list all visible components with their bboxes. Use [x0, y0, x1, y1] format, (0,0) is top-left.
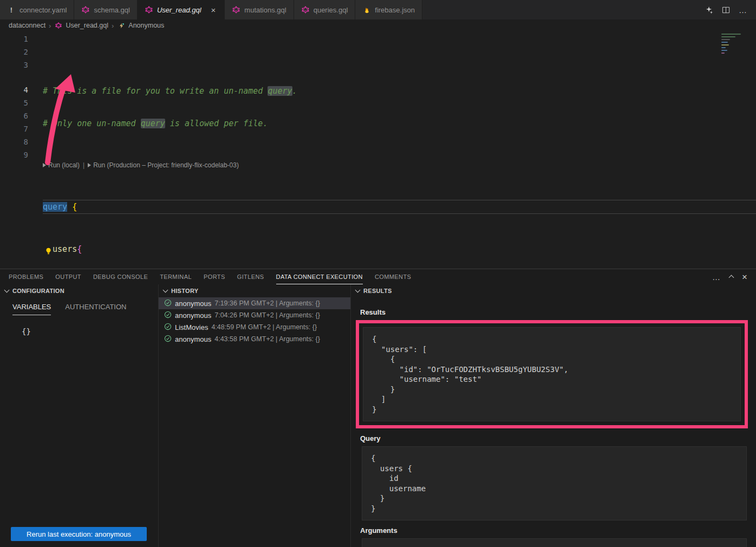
configuration-tabs: VARIABLES AUTHENTICATION: [0, 297, 158, 315]
tab-firebase-json[interactable]: firebase.json: [355, 0, 422, 19]
configuration-section: CONFIGURATION VARIABLES AUTHENTICATION {…: [0, 284, 159, 547]
firebase-flame-icon: [362, 5, 371, 14]
line-number: 4: [0, 83, 36, 96]
keyword-query: query: [43, 202, 67, 212]
history-item-name: anonymous: [175, 311, 211, 320]
codelens-separator: |: [83, 161, 84, 169]
panel-tab-terminal[interactable]: TERMINAL: [160, 269, 192, 284]
check-circle-icon: [164, 311, 172, 320]
tab-queries-gql[interactable]: queries.gql: [294, 0, 356, 19]
query-code: { users { id username } }: [362, 446, 747, 520]
tab-connector-yaml[interactable]: ! connector.yaml: [0, 0, 74, 19]
check-circle-icon: [164, 335, 172, 344]
code-line[interactable]: users{: [43, 243, 756, 256]
panel-tab-problems[interactable]: PROBLEMS: [9, 269, 43, 284]
history-item-detail: 7:04:26 PM GMT+2 | Arguments: {}: [214, 311, 320, 319]
minimap[interactable]: [721, 34, 748, 55]
rerun-last-execution-button[interactable]: Rerun last execution: anonymous: [11, 527, 147, 541]
word-highlight: query: [141, 119, 165, 128]
comment-text: # This is a file for you to write an un-…: [43, 86, 268, 96]
panel-tab-gitlens[interactable]: GITLENS: [237, 269, 264, 284]
history-item[interactable]: ListMovies 4:48:59 PM GMT+2 | Arguments:…: [159, 321, 350, 333]
chevron-down-icon: [355, 288, 361, 293]
tab-label: queries.gql: [314, 6, 348, 14]
comment-text: .: [292, 86, 297, 96]
configuration-header[interactable]: CONFIGURATION: [0, 284, 158, 297]
symbol-operation-icon: [117, 21, 126, 30]
run-production-link[interactable]: Run (Production – Project: friendly-flix…: [93, 161, 239, 169]
line-number: 2: [0, 45, 36, 58]
line-number: 7: [0, 122, 36, 135]
results-header[interactable]: RESULTS: [351, 284, 756, 297]
code-line[interactable]: [43, 52, 756, 65]
tab-label: connector.yaml: [19, 6, 67, 14]
more-actions-icon[interactable]: …: [739, 5, 747, 15]
history-header[interactable]: HISTORY: [159, 284, 350, 297]
tab-label: User_read.gql: [157, 6, 201, 14]
codelens: Run (local)|Run (Production – Project: f…: [43, 159, 756, 171]
arguments-code: {}: [362, 538, 747, 547]
editor-tab-bar: ! connector.yaml schema.gql User_read.gq…: [0, 0, 756, 19]
graphql-icon: [232, 5, 240, 14]
results-section: RESULTS Results { "users": [ { "id": "Or…: [351, 284, 756, 547]
panel-tab-output[interactable]: OUTPUT: [55, 269, 81, 284]
line-number: 9: [0, 148, 36, 161]
tab-label: mutations.gql: [244, 6, 286, 14]
variables-editor[interactable]: {}: [0, 315, 158, 336]
breadcrumb-item-file[interactable]: User_read.gql: [66, 22, 108, 29]
minimap-line: [721, 50, 727, 51]
panel-tab-ports[interactable]: PORTS: [204, 269, 225, 284]
panel-tab-debug-console[interactable]: DEBUG CONSOLE: [93, 269, 148, 284]
line-number: 8: [0, 135, 36, 148]
breadcrumb-item-symbol[interactable]: Anonymous: [128, 22, 164, 29]
tab-schema-gql[interactable]: schema.gql: [74, 0, 137, 19]
history-item[interactable]: anonymous 4:43:58 PM GMT+2 | Arguments: …: [159, 333, 350, 345]
results-body: Results { "users": [ { "id": "OrTucFODZH…: [351, 297, 756, 547]
chevron-right-icon: ›: [112, 22, 114, 30]
history-item[interactable]: anonymous 7:19:36 PM GMT+2 | Arguments: …: [159, 297, 350, 309]
vscode-window: ! connector.yaml schema.gql User_read.gq…: [0, 0, 756, 547]
lightbulb-icon[interactable]: [45, 245, 52, 258]
line-number: 1: [0, 32, 36, 45]
history-item[interactable]: anonymous 7:04:26 PM GMT+2 | Arguments: …: [159, 309, 350, 321]
minimap-line: [721, 53, 725, 54]
panel-tab-comments[interactable]: COMMENTS: [375, 269, 411, 284]
more-actions-icon[interactable]: …: [712, 272, 721, 282]
code-area[interactable]: # This is a file for you to write an un-…: [36, 31, 756, 269]
tab-authentication[interactable]: AUTHENTICATION: [65, 303, 126, 315]
comment-text: is allowed per file.: [165, 119, 268, 128]
tab-label: firebase.json: [375, 6, 415, 14]
graphql-icon: [54, 21, 63, 30]
history-item-detail: 7:19:36 PM GMT+2 | Arguments: {}: [214, 299, 320, 307]
history-list: anonymous 7:19:36 PM GMT+2 | Arguments: …: [159, 297, 350, 547]
code-line[interactable]: # Only one un-named query is allowed per…: [43, 117, 756, 130]
breadcrumb-item-folder[interactable]: dataconnect: [9, 22, 45, 29]
editor[interactable]: 1 2 3 4 5 6 7 8 9 # This is a file for y…: [0, 31, 756, 269]
close-tab-icon[interactable]: ×: [210, 5, 218, 15]
tab-mutations-gql[interactable]: mutations.gql: [225, 0, 294, 19]
split-editor-icon[interactable]: [722, 6, 730, 14]
open-brace: {: [77, 244, 82, 254]
graphql-icon: [145, 5, 153, 14]
yaml-warning-icon: !: [7, 5, 16, 14]
results-label: Results: [360, 308, 748, 316]
chevron-up-icon[interactable]: [729, 275, 734, 281]
editor-actions: …: [696, 0, 756, 19]
panel-tab-data-connect-execution[interactable]: DATA CONNECT EXECUTION: [276, 269, 363, 284]
play-icon: [43, 163, 46, 167]
sparkle-icon[interactable]: [705, 6, 713, 14]
codelens-spacer: [0, 71, 36, 83]
tab-label: schema.gql: [94, 6, 129, 14]
panel-body: CONFIGURATION VARIABLES AUTHENTICATION {…: [0, 284, 756, 547]
code-line-current[interactable]: query {: [43, 200, 756, 213]
play-icon: [88, 163, 91, 167]
check-circle-icon: [164, 323, 172, 332]
close-panel-icon[interactable]: ×: [742, 272, 747, 282]
breadcrumb: dataconnect › User_read.gql › Anonymous: [0, 19, 756, 31]
history-item-name: anonymous: [175, 299, 211, 308]
line-number: 3: [0, 58, 36, 71]
tab-variables[interactable]: VARIABLES: [12, 303, 51, 315]
run-local-link[interactable]: Run (local): [48, 161, 80, 169]
code-line[interactable]: # This is a file for you to write an un-…: [43, 84, 756, 97]
tab-user-read-gql[interactable]: User_read.gql ×: [138, 0, 225, 19]
